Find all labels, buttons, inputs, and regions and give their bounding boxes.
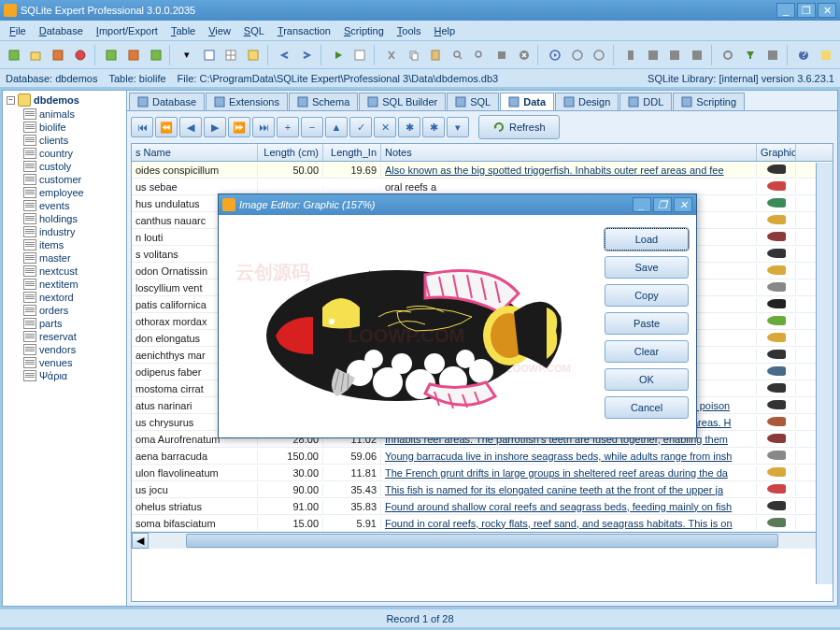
tb-calendar[interactable]: [199, 45, 220, 65]
menu-transaction[interactable]: Transaction: [272, 23, 336, 38]
tree-item-employee[interactable]: employee: [5, 186, 124, 199]
paste-button[interactable]: Paste: [605, 312, 689, 335]
tree-item-clients[interactable]: clients: [5, 134, 124, 147]
dialog-titlebar[interactable]: Image Editor: Graphic (157%) _ ❐ ✕: [219, 194, 696, 215]
dialog-maximize[interactable]: ❐: [653, 197, 672, 212]
nav-cancel[interactable]: ✕: [374, 117, 396, 137]
nav-bookmark[interactable]: ▾: [447, 117, 469, 137]
cancel-button[interactable]: Cancel: [605, 396, 689, 419]
menu-view[interactable]: View: [203, 23, 236, 38]
horizontal-scrollbar[interactable]: ◀ ▶: [132, 532, 833, 549]
nav-edit[interactable]: ▲: [325, 117, 348, 137]
tb-close-db[interactable]: [48, 45, 68, 65]
tb-new-db[interactable]: [4, 45, 24, 65]
tree-item-orders[interactable]: orders: [5, 304, 124, 317]
tb-paste[interactable]: [425, 45, 446, 65]
scroll-thumb[interactable]: [186, 534, 778, 548]
table-row[interactable]: aena barracuda150.0059.06Young barracuda…: [132, 448, 833, 465]
tb-settings[interactable]: [719, 45, 739, 65]
tb-replace[interactable]: [470, 45, 491, 65]
tb-export[interactable]: [243, 45, 263, 65]
nav-delete[interactable]: −: [301, 117, 323, 137]
dialog-minimize[interactable]: _: [633, 197, 651, 212]
tree-item-customer[interactable]: customer: [5, 173, 124, 186]
tab-sql[interactable]: SQL: [447, 93, 499, 110]
tree-item-animals[interactable]: animals: [5, 107, 124, 121]
collapse-icon[interactable]: −: [7, 96, 15, 105]
col-notes[interactable]: Notes: [381, 144, 757, 161]
tb-about[interactable]: [816, 45, 836, 65]
tb-rollback[interactable]: [590, 45, 610, 65]
tb-tool[interactable]: [762, 45, 783, 65]
maximize-button[interactable]: ❐: [797, 3, 816, 18]
tb-copy[interactable]: [404, 45, 424, 65]
tb-run-script[interactable]: [350, 45, 371, 65]
tree-item-custoly[interactable]: custoly: [5, 160, 124, 173]
tb-s2[interactable]: [664, 45, 685, 65]
ok-button[interactable]: OK: [605, 368, 689, 391]
tab-database[interactable]: Database: [129, 93, 205, 110]
tab-scripting[interactable]: Scripting: [673, 93, 745, 110]
nav-last[interactable]: ⏭: [252, 117, 275, 137]
nav-prev[interactable]: ◀: [179, 117, 202, 137]
tab-schema[interactable]: Schema: [289, 93, 358, 110]
tab-data[interactable]: Data: [500, 93, 554, 110]
tb-open-db[interactable]: [26, 45, 47, 65]
table-row[interactable]: ulon flavolineatum30.0011.81The French g…: [132, 465, 833, 481]
tb-begin-tx[interactable]: [545, 45, 565, 65]
object-tree[interactable]: − dbdemos animalsbiolifeclientscountrycu…: [3, 91, 127, 606]
tree-item-country[interactable]: country: [5, 147, 124, 160]
tree-item-Ψάρια[interactable]: Ψάρια: [5, 369, 124, 382]
tree-item-biolife[interactable]: biolife: [5, 121, 124, 134]
nav-first[interactable]: ⏮: [131, 117, 153, 137]
dialog-close[interactable]: ✕: [674, 197, 692, 212]
tree-item-items[interactable]: items: [5, 238, 124, 251]
save-button[interactable]: Save: [605, 256, 689, 279]
col-length-in[interactable]: Length_In: [323, 144, 381, 161]
menu-tools[interactable]: Tools: [392, 23, 427, 38]
tb-run[interactable]: [328, 45, 349, 65]
tb-redo[interactable]: [296, 45, 317, 65]
col-length-cm[interactable]: Length (cm): [258, 144, 323, 161]
tab-sql-builder[interactable]: SQL Builder: [359, 93, 446, 110]
menu-import-export[interactable]: Import/Export: [91, 23, 164, 38]
tb-new-index[interactable]: [146, 45, 166, 65]
copy-button[interactable]: Copy: [605, 284, 689, 307]
tb-grid[interactable]: [221, 45, 242, 65]
tree-item-industry[interactable]: industry: [5, 225, 124, 238]
scroll-left-button[interactable]: ◀: [132, 533, 149, 549]
nav-next[interactable]: ▶: [204, 117, 226, 137]
menu-help[interactable]: Help: [428, 23, 461, 38]
table-row[interactable]: oides conspicillum50.0019.69Also known a…: [132, 162, 833, 179]
nav-next-page[interactable]: ⏩: [228, 117, 250, 137]
tb-s1[interactable]: [643, 45, 663, 65]
nav-post[interactable]: ✓: [349, 117, 372, 137]
clear-button[interactable]: Clear: [605, 340, 689, 363]
tree-item-nextord[interactable]: nextord: [5, 291, 124, 304]
load-button[interactable]: Load: [605, 228, 689, 251]
tb-filter[interactable]: [740, 45, 761, 65]
tb-help[interactable]: ?: [793, 45, 814, 65]
tab-ddl[interactable]: DDL: [619, 93, 672, 110]
tb-delete[interactable]: [514, 45, 534, 65]
tb-config[interactable]: [491, 45, 512, 65]
menu-table[interactable]: Table: [165, 23, 201, 38]
tree-item-holdings[interactable]: holdings: [5, 212, 124, 225]
tb-commit[interactable]: [567, 45, 588, 65]
scroll-track[interactable]: [149, 533, 816, 549]
nav-ref1[interactable]: ✱: [398, 117, 420, 137]
tree-root[interactable]: − dbdemos: [5, 93, 124, 107]
table-row[interactable]: soma bifasciatum15.005.91Found in coral …: [132, 515, 833, 532]
vertical-scrollbar[interactable]: [816, 163, 833, 584]
tree-item-vendors[interactable]: vendors: [5, 343, 124, 356]
tab-extensions[interactable]: Extensions: [206, 93, 288, 110]
tb-cut[interactable]: [381, 45, 402, 65]
tb-new-view[interactable]: [123, 45, 144, 65]
tb-new-table[interactable]: [101, 45, 121, 65]
minimize-button[interactable]: _: [776, 3, 795, 18]
nav-ref2[interactable]: ✱: [422, 117, 445, 137]
tab-design[interactable]: Design: [555, 93, 619, 110]
tb-find[interactable]: [448, 45, 468, 65]
tb-s3[interactable]: [687, 45, 707, 65]
tb-dropdown[interactable]: ▾: [177, 45, 197, 65]
